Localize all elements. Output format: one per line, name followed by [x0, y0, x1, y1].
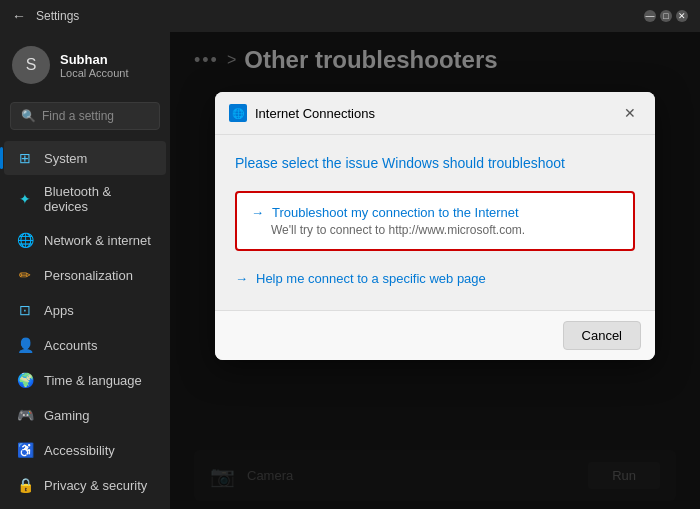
nav-items: ⊞ System ✦ Bluetooth & devices 🌐 Network… — [0, 140, 170, 509]
sidebar-item-label: Personalization — [44, 268, 133, 283]
sidebar: S Subhan Local Account 🔍 Find a setting … — [0, 32, 170, 509]
modal-overlay: 🌐 Internet Connections ✕ Please select t… — [170, 32, 700, 509]
troubleshoot-option-title: → Troubleshoot my connection to the Inte… — [251, 205, 619, 220]
back-button[interactable]: ← — [12, 8, 26, 24]
bluetooth-icon: ✦ — [16, 190, 34, 208]
sidebar-item-update[interactable]: ↻ Windows Update — [4, 503, 166, 509]
search-box[interactable]: 🔍 Find a setting — [10, 102, 160, 130]
modal-body: Please select the issue Windows should t… — [215, 135, 655, 310]
sidebar-item-label: Network & internet — [44, 233, 151, 248]
modal-titlebar: 🌐 Internet Connections ✕ — [215, 92, 655, 135]
modal-heading: Please select the issue Windows should t… — [235, 155, 635, 171]
sidebar-item-label: Apps — [44, 303, 74, 318]
modal-icon-label: 🌐 — [232, 108, 244, 119]
sidebar-item-gaming[interactable]: 🎮 Gaming — [4, 398, 166, 432]
network-icon: 🌐 — [16, 231, 34, 249]
close-button[interactable]: ✕ — [676, 10, 688, 22]
search-icon: 🔍 — [21, 109, 36, 123]
sidebar-item-label: Privacy & security — [44, 478, 147, 493]
modal-close-button[interactable]: ✕ — [619, 102, 641, 124]
sidebar-item-label: System — [44, 151, 87, 166]
sidebar-item-system[interactable]: ⊞ System — [4, 141, 166, 175]
troubleshoot-link-label: Help me connect to a specific web page — [256, 271, 486, 286]
accounts-icon: 👤 — [16, 336, 34, 354]
arrow-icon: → — [251, 205, 264, 220]
sidebar-item-network[interactable]: 🌐 Network & internet — [4, 223, 166, 257]
sidebar-item-personalization[interactable]: ✏ Personalization — [4, 258, 166, 292]
accessibility-icon: ♿ — [16, 441, 34, 459]
sidebar-item-label: Time & language — [44, 373, 142, 388]
titlebar: ← Settings — □ ✕ — [0, 0, 700, 32]
sidebar-item-accessibility[interactable]: ♿ Accessibility — [4, 433, 166, 467]
user-info: Subhan Local Account — [60, 52, 129, 79]
troubleshoot-option-label: Troubleshoot my connection to the Intern… — [272, 205, 519, 220]
main-layout: S Subhan Local Account 🔍 Find a setting … — [0, 32, 700, 509]
avatar: S — [12, 46, 50, 84]
sidebar-item-apps[interactable]: ⊡ Apps — [4, 293, 166, 327]
apps-icon: ⊡ — [16, 301, 34, 319]
modal-dialog: 🌐 Internet Connections ✕ Please select t… — [215, 92, 655, 360]
user-role: Local Account — [60, 67, 129, 79]
search-placeholder: Find a setting — [42, 109, 114, 123]
troubleshoot-internet-option[interactable]: → Troubleshoot my connection to the Inte… — [235, 191, 635, 251]
modal-title: Internet Connections — [255, 106, 611, 121]
sidebar-item-bluetooth[interactable]: ✦ Bluetooth & devices — [4, 176, 166, 222]
sidebar-item-label: Gaming — [44, 408, 90, 423]
content-area: ••• > Other troubleshooters 📷 Camera Run… — [170, 32, 700, 509]
privacy-icon: 🔒 — [16, 476, 34, 494]
sidebar-item-label: Accessibility — [44, 443, 115, 458]
modal-icon: 🌐 — [229, 104, 247, 122]
troubleshoot-option-desc: We'll try to connect to http://www.micro… — [251, 223, 619, 237]
maximize-button[interactable]: □ — [660, 10, 672, 22]
user-section: S Subhan Local Account — [0, 32, 170, 98]
minimize-button[interactable]: — — [644, 10, 656, 22]
system-icon: ⊞ — [16, 149, 34, 167]
sidebar-item-label: Accounts — [44, 338, 97, 353]
modal-footer: Cancel — [215, 310, 655, 360]
troubleshoot-webpage-link[interactable]: → Help me connect to a specific web page — [235, 263, 635, 294]
sidebar-item-accounts[interactable]: 👤 Accounts — [4, 328, 166, 362]
cancel-button[interactable]: Cancel — [563, 321, 641, 350]
time-icon: 🌍 — [16, 371, 34, 389]
personalization-icon: ✏ — [16, 266, 34, 284]
sidebar-item-privacy[interactable]: 🔒 Privacy & security — [4, 468, 166, 502]
arrow-icon-2: → — [235, 271, 248, 286]
sidebar-item-label: Bluetooth & devices — [44, 184, 154, 214]
sidebar-item-time[interactable]: 🌍 Time & language — [4, 363, 166, 397]
gaming-icon: 🎮 — [16, 406, 34, 424]
app-title: Settings — [36, 9, 79, 23]
user-name: Subhan — [60, 52, 129, 67]
window-controls: — □ ✕ — [644, 10, 688, 22]
